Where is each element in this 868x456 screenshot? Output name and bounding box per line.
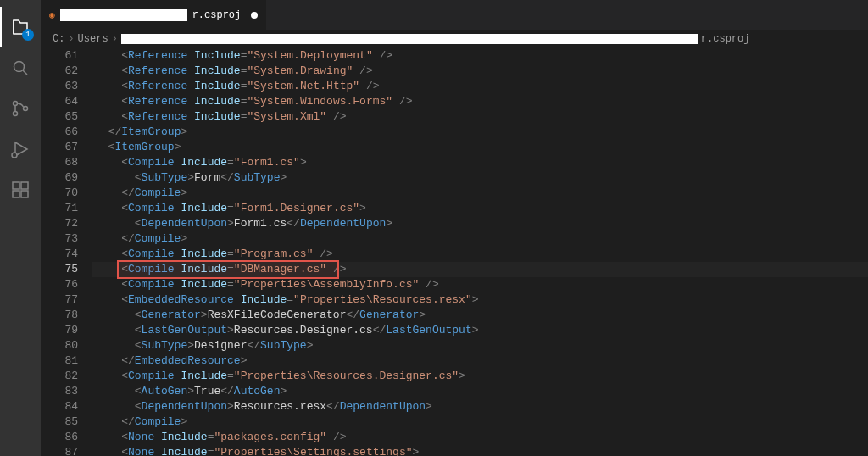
dirty-indicator-icon: [251, 12, 258, 19]
line-number: 82: [41, 369, 78, 384]
svg-point-6: [12, 153, 17, 158]
code-line[interactable]: <DependentUpon>Resources.resx</Dependent…: [92, 399, 868, 414]
line-number: 83: [41, 384, 78, 399]
line-number: 61: [41, 48, 78, 64]
line-number: 77: [41, 292, 78, 308]
line-number: 62: [41, 64, 78, 79]
code-line[interactable]: <EmbeddedResource Include="Properties\Re…: [92, 292, 868, 308]
svg-line-1: [23, 70, 27, 75]
line-number: 69: [41, 170, 78, 186]
tab-csproj[interactable]: ◉ r.csproj: [41, 0, 267, 30]
activity-bar: 1: [0, 0, 41, 456]
line-number: 87: [41, 445, 78, 456]
source-control-icon[interactable]: [0, 88, 41, 129]
breadcrumb[interactable]: C: › Users › r.csproj: [41, 30, 868, 48]
chevron-right-icon: ›: [112, 33, 118, 45]
svg-point-0: [14, 62, 25, 72]
tab-filename-suffix: r.csproj: [192, 9, 242, 21]
breadcrumb-segment[interactable]: C:: [53, 33, 64, 45]
code-line[interactable]: <SubType>Form</SubType>: [92, 170, 868, 186]
code-line[interactable]: <LastGenOutput>Resources.Designer.cs</La…: [92, 323, 868, 338]
line-number: 79: [41, 323, 78, 338]
line-number: 63: [41, 79, 78, 94]
search-icon[interactable]: [0, 47, 41, 88]
tab-filename-redacted: [60, 9, 187, 21]
code-line[interactable]: <SubType>Designer</SubType>: [92, 338, 868, 353]
svg-rect-10: [21, 191, 28, 197]
line-number: 67: [41, 140, 78, 155]
line-number: 84: [41, 399, 78, 414]
svg-rect-8: [21, 182, 28, 189]
code-line[interactable]: <Compile Include="Properties\Resources.D…: [92, 369, 868, 384]
code-line[interactable]: <Reference Include="System.Net.Http" />: [92, 79, 868, 94]
line-number: 65: [41, 109, 78, 125]
code-line[interactable]: <DependentUpon>Form1.cs</DependentUpon>: [92, 216, 868, 231]
explorer-badge: 1: [22, 29, 34, 41]
line-number: 80: [41, 338, 78, 353]
line-number: 85: [41, 414, 78, 430]
svg-rect-9: [13, 191, 19, 197]
code-line[interactable]: <Reference Include="System.Xml" />: [92, 109, 868, 125]
line-number: 74: [41, 247, 78, 262]
line-number: 73: [41, 231, 78, 247]
line-number: 78: [41, 308, 78, 323]
breadcrumb-segment[interactable]: Users: [78, 33, 108, 45]
line-number: 64: [41, 94, 78, 109]
code-line[interactable]: </Compile>: [92, 186, 868, 201]
code-line[interactable]: <Compile Include="DBManager.cs" />: [92, 262, 868, 277]
code-line[interactable]: <Reference Include="System.Drawing" />: [92, 64, 868, 79]
extensions-icon[interactable]: [0, 170, 41, 210]
line-number: 66: [41, 125, 78, 140]
breadcrumb-file-suffix[interactable]: r.csproj: [701, 33, 750, 45]
code-line[interactable]: <Compile Include="Form1.Designer.cs">: [92, 201, 868, 216]
code-line[interactable]: <Generator>ResXFileCodeGenerator</Genera…: [92, 308, 868, 323]
tab-bar: ◉ r.csproj: [41, 0, 868, 30]
line-number: 76: [41, 277, 78, 292]
code-line[interactable]: <Compile Include="Form1.cs">: [92, 155, 868, 170]
explorer-icon[interactable]: 1: [0, 7, 41, 47]
line-number: 72: [41, 216, 78, 231]
line-number: 71: [41, 201, 78, 216]
code-line[interactable]: <None Include="packages.config" />: [92, 430, 868, 445]
code-line[interactable]: <Reference Include="System.Deployment" /…: [92, 48, 868, 64]
svg-point-2: [14, 102, 18, 106]
code-line[interactable]: </ItemGroup>: [92, 125, 868, 140]
svg-point-3: [14, 112, 18, 116]
xml-file-icon: ◉: [49, 9, 55, 20]
line-number: 68: [41, 155, 78, 170]
editor-main: ◉ r.csproj C: › Users › r.csproj 6162636…: [41, 0, 868, 456]
breadcrumb-redacted: [121, 34, 698, 44]
code-line[interactable]: <None Include="Properties\Settings.setti…: [92, 445, 868, 456]
line-number: 86: [41, 430, 78, 445]
line-number: 81: [41, 353, 78, 369]
code-line[interactable]: <AutoGen>True</AutoGen>: [92, 384, 868, 399]
code-content[interactable]: <Reference Include="System.Deployment" /…: [92, 48, 868, 456]
svg-point-4: [24, 107, 28, 111]
code-line[interactable]: <Compile Include="Properties\AssemblyInf…: [92, 277, 868, 292]
code-line[interactable]: </Compile>: [92, 231, 868, 247]
line-number: 75: [41, 262, 78, 277]
run-debug-icon[interactable]: [0, 129, 41, 170]
code-line[interactable]: <ItemGroup>: [92, 140, 868, 155]
code-line[interactable]: <Compile Include="Program.cs" />: [92, 247, 868, 262]
code-line[interactable]: </Compile>: [92, 414, 868, 430]
chevron-right-icon: ›: [68, 33, 74, 45]
line-number-gutter: 6162636465666768697071727374757677787980…: [41, 48, 92, 456]
code-editor[interactable]: 6162636465666768697071727374757677787980…: [41, 48, 868, 456]
code-line[interactable]: </EmbeddedResource>: [92, 353, 868, 369]
code-line[interactable]: <Reference Include="System.Windows.Forms…: [92, 94, 868, 109]
line-number: 70: [41, 186, 78, 201]
svg-rect-7: [13, 182, 19, 189]
